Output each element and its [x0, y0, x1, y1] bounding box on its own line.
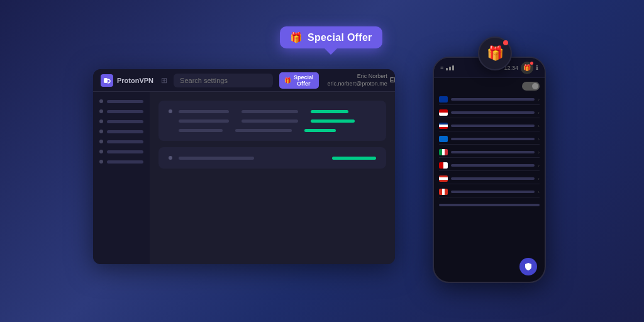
app-sidebar [93, 92, 150, 264]
card-row [169, 129, 376, 132]
server-name [451, 98, 535, 101]
server-name [451, 125, 535, 127]
phone-gift-button[interactable]: 🎁 [521, 62, 533, 74]
special-offer-button[interactable]: 🎁 Special Offer [279, 72, 319, 89]
user-details: Eric Norbert eric.norbert@proton.me [328, 73, 387, 87]
phone-content: › › › › › › › [434, 78, 545, 210]
sidebar-dot [99, 119, 103, 123]
flag-it [439, 149, 448, 155]
notification-dot [503, 40, 508, 45]
server-name [451, 138, 535, 140]
sidebar-item[interactable] [99, 160, 143, 164]
row-status [304, 129, 336, 132]
special-offer-tooltip[interactable]: 🎁 Special Offer [280, 26, 382, 48]
tooltip-label: Special Offer [308, 32, 372, 43]
server-name [451, 164, 535, 167]
flag-eu [439, 96, 448, 103]
server-name [451, 111, 535, 114]
toggle-thumb [532, 83, 538, 89]
phone-status-left: ≡ [440, 65, 454, 71]
toggle-row [439, 82, 540, 91]
phone-list-item[interactable]: › [439, 147, 540, 158]
signal-bar [452, 65, 454, 70]
bottom-line [439, 204, 540, 206]
window-header: ProtonVPN ⊞ 🎁 Special Offer Eric Norbert… [93, 69, 395, 92]
phone-gift-notification [530, 62, 533, 65]
flag-es [439, 189, 448, 195]
phone-list-item[interactable]: › [439, 94, 540, 105]
row-value [242, 110, 298, 113]
sidebar-item-label [107, 110, 143, 113]
svg-rect-0 [104, 78, 108, 83]
phone-list-item[interactable]: › [439, 134, 540, 145]
window-body [93, 92, 395, 264]
chevron-icon: › [538, 136, 540, 142]
phone-list-item[interactable]: › [439, 174, 540, 184]
flag-nl [439, 123, 448, 129]
sidebar-dot [99, 130, 103, 133]
server-name [451, 151, 535, 153]
row-dot [169, 109, 172, 113]
sidebar-item[interactable] [99, 130, 143, 133]
search-input[interactable] [174, 74, 273, 87]
server-name [451, 191, 535, 193]
phone-gift-icon: 🎁 [523, 64, 531, 71]
card-row [169, 119, 376, 123]
main-content [150, 92, 395, 264]
phone-list-item[interactable]: › [439, 160, 540, 171]
signal-bar [446, 68, 448, 70]
sidebar-item[interactable] [99, 99, 143, 103]
app-logo: ProtonVPN [101, 74, 153, 87]
row-value [235, 129, 292, 132]
sidebar-item-label [107, 120, 143, 123]
row-label [179, 119, 229, 123]
chevron-icon: › [538, 163, 540, 169]
row-dot [169, 156, 172, 160]
card-row [169, 156, 376, 160]
grid-icon: ⊞ [161, 76, 167, 85]
gift-icon-small: 🎁 [284, 77, 291, 84]
chevron-icon: › [538, 123, 540, 129]
user-name: Eric Norbert [357, 73, 387, 79]
chevron-icon: › [538, 150, 540, 155]
mobile-phone: ≡ 12:34 🎁 ℹ › [433, 57, 546, 283]
row-status [311, 110, 348, 113]
flag-at [439, 109, 448, 116]
row-status [311, 119, 355, 123]
phone-list-item[interactable]: › [439, 121, 540, 131]
signal-bar [449, 67, 451, 70]
phone-bottom-button[interactable] [519, 258, 537, 275]
special-offer-btn-label: Special Offer [294, 74, 314, 87]
flag-ch [439, 162, 448, 169]
sidebar-item-label [107, 160, 143, 164]
sidebar-item[interactable] [99, 119, 143, 123]
content-card-1 [158, 101, 386, 141]
phone-menu-icon: ≡ [440, 65, 443, 71]
phone-list-item[interactable]: › [439, 187, 540, 197]
chevron-icon: › [538, 176, 540, 182]
sidebar-item[interactable] [99, 109, 143, 113]
sidebar-item-label [107, 100, 143, 103]
sidebar-item[interactable] [99, 150, 143, 153]
proton-logo-icon [101, 74, 113, 87]
shield-icon [524, 262, 533, 271]
row-label [179, 110, 229, 113]
chevron-icon: › [538, 189, 540, 195]
sidebar-item[interactable] [99, 140, 143, 143]
sidebar-dot [99, 140, 103, 143]
server-name [451, 177, 535, 180]
gift-icon: 🎁 [290, 31, 303, 43]
row-label [179, 157, 254, 160]
sidebar-dot [99, 150, 103, 153]
sidebar-item-label [107, 130, 143, 133]
card-row [169, 109, 376, 113]
sidebar-item-label [107, 150, 143, 153]
mobile-gift-tooltip[interactable]: 🎁 [478, 36, 512, 70]
phone-list-item[interactable]: › [439, 108, 540, 118]
chevron-icon: › [538, 110, 540, 116]
sidebar-dot [99, 99, 103, 103]
phone-toggle[interactable] [522, 82, 540, 91]
row-status [332, 157, 376, 160]
signal-bars [446, 65, 454, 70]
info-icon[interactable]: ℹ [536, 64, 538, 71]
